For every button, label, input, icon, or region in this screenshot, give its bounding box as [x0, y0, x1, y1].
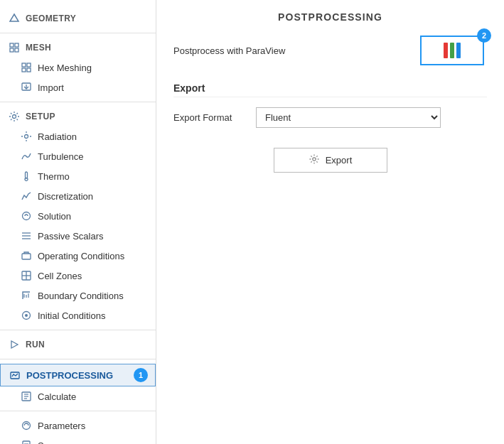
svg-rect-5: [22, 63, 26, 67]
gear-icon: [309, 153, 320, 167]
sidebar-section-mesh[interactable]: MESH: [0, 38, 156, 58]
svg-point-14: [25, 178, 28, 181]
svg-point-12: [25, 135, 28, 139]
calculate-label: Calculate: [38, 391, 76, 402]
sidebar-section-postprocessing[interactable]: POSTPROCESSING 1: [0, 364, 156, 386]
thermo-label: Thermo: [38, 171, 70, 182]
sidebar-badge-1: 1: [134, 368, 148, 382]
page-title: POSTPROCESSING: [173, 11, 487, 23]
disc-icon: [21, 190, 32, 202]
svg-marker-28: [11, 341, 18, 348]
sidebar-item-discretization[interactable]: Discretization: [0, 186, 156, 206]
summary-label: Summary: [38, 440, 77, 445]
sidebar-item-parameters[interactable]: Parameters: [0, 416, 156, 435]
operating-conditions-label: Operating Conditions: [38, 251, 124, 261]
summary-icon: [21, 440, 32, 444]
svg-point-34: [23, 422, 31, 430]
cell-zones-label: Cell Zones: [38, 271, 82, 281]
svg-point-27: [25, 314, 28, 317]
paraview-stripes: [444, 43, 461, 58]
passive-scalars-label: Passive Scalars: [38, 231, 103, 242]
export-btn-row: Export: [173, 148, 487, 173]
export-row: Export Format Fluent OpenFOAM VTK: [173, 107, 487, 128]
discretization-label: Discretization: [38, 191, 93, 202]
hex-meshing-label: Hex Meshing: [38, 63, 92, 73]
paraview-button[interactable]: [420, 36, 484, 65]
parameters-icon: [21, 420, 32, 431]
postprocessing-label: POSTPROCESSING: [26, 370, 113, 381]
radiation-icon: [21, 131, 32, 142]
svg-rect-19: [22, 254, 31, 259]
geometry-label: GEOMETRY: [26, 13, 76, 23]
svg-marker-0: [10, 14, 18, 21]
paraview-badge: 2: [477, 28, 491, 43]
svg-rect-3: [10, 48, 14, 52]
paraview-button-wrap: 2: [420, 36, 484, 65]
solution-icon: [21, 210, 32, 222]
export-section-heading: Export: [173, 82, 487, 97]
stripe-blue: [456, 43, 461, 58]
sidebar-item-operating-conditions[interactable]: Operating Conditions: [0, 246, 156, 266]
sidebar-section-setup[interactable]: SETUP: [0, 107, 156, 126]
stripe-green: [450, 43, 454, 58]
radiation-label: Radiation: [38, 131, 77, 142]
import-icon: [21, 82, 32, 93]
turbulence-label: Turbulence: [38, 151, 84, 162]
import-label: Import: [38, 82, 64, 93]
sidebar-item-initial-conditions[interactable]: Initial Conditions: [0, 305, 156, 325]
svg-point-39: [313, 158, 316, 161]
initial-conditions-label: Initial Conditions: [38, 310, 105, 321]
export-format-select[interactable]: Fluent OpenFOAM VTK: [256, 107, 441, 128]
setup-label: SETUP: [26, 112, 55, 121]
operating-icon: [21, 250, 32, 261]
paraview-row: Postprocess with ParaView 2: [173, 36, 487, 65]
boundary-icon: [21, 290, 32, 301]
sidebar-item-calculate[interactable]: Calculate: [0, 386, 156, 406]
export-button[interactable]: Export: [274, 148, 387, 173]
sidebar-item-summary[interactable]: Summary: [0, 435, 156, 444]
geometry-icon: [9, 13, 20, 24]
sidebar-item-solution[interactable]: Solution: [0, 206, 156, 226]
solution-label: Solution: [38, 211, 71, 222]
sidebar-item-thermo[interactable]: Thermo: [0, 166, 156, 186]
stripe-red: [444, 43, 448, 58]
initial-icon: [21, 310, 32, 321]
setup-icon: [9, 111, 20, 122]
svg-rect-7: [22, 68, 26, 72]
sidebar-item-import[interactable]: Import: [0, 77, 156, 97]
sidebar-item-turbulence[interactable]: Turbulence: [0, 146, 156, 166]
svg-rect-4: [15, 48, 18, 52]
hex-icon: [21, 62, 32, 73]
sidebar-item-radiation[interactable]: Radiation: [0, 126, 156, 146]
main-content: POSTPROCESSING Postprocess with ParaView…: [156, 0, 504, 444]
cellzones-icon: [21, 270, 32, 281]
sidebar: GEOMETRY MESH Hex Meshing: [0, 0, 156, 444]
parameters-label: Parameters: [38, 421, 85, 431]
svg-point-11: [13, 115, 16, 119]
sidebar-item-boundary-conditions[interactable]: Boundary Conditions: [0, 286, 156, 305]
svg-rect-2: [15, 43, 18, 47]
postprocessing-icon: [9, 369, 21, 381]
export-format-label: Export Format: [173, 112, 245, 123]
svg-point-15: [23, 212, 31, 220]
svg-rect-6: [27, 63, 31, 67]
paraview-label: Postprocess with ParaView: [173, 45, 285, 56]
run-icon: [9, 339, 20, 350]
turbulence-icon: [21, 151, 32, 162]
sidebar-item-cell-zones[interactable]: Cell Zones: [0, 266, 156, 286]
sidebar-item-passive-scalars[interactable]: Passive Scalars: [0, 226, 156, 246]
boundary-conditions-label: Boundary Conditions: [38, 291, 124, 301]
svg-rect-8: [27, 68, 31, 72]
sidebar-section-run[interactable]: RUN: [0, 335, 156, 354]
mesh-label: MESH: [26, 43, 51, 53]
svg-rect-1: [10, 43, 14, 47]
svg-rect-13: [26, 172, 28, 178]
sidebar-item-hex-meshing[interactable]: Hex Meshing: [0, 58, 156, 77]
scalars-icon: [21, 230, 32, 242]
thermo-icon: [21, 170, 32, 182]
run-label: RUN: [26, 340, 45, 350]
sidebar-section-geometry[interactable]: GEOMETRY: [0, 9, 156, 28]
mesh-icon: [9, 42, 20, 53]
calculate-icon: [21, 391, 32, 402]
export-button-label: Export: [326, 155, 353, 166]
